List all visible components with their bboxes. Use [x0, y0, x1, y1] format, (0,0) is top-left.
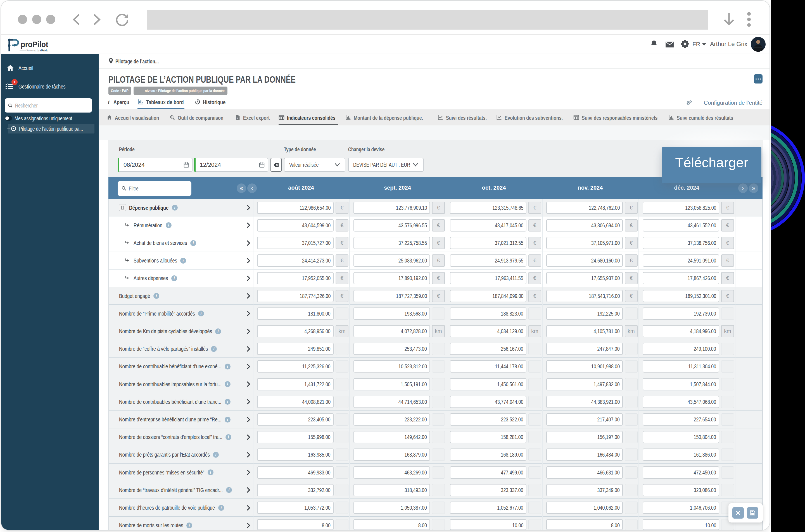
svg-text:x: x	[237, 117, 238, 119]
